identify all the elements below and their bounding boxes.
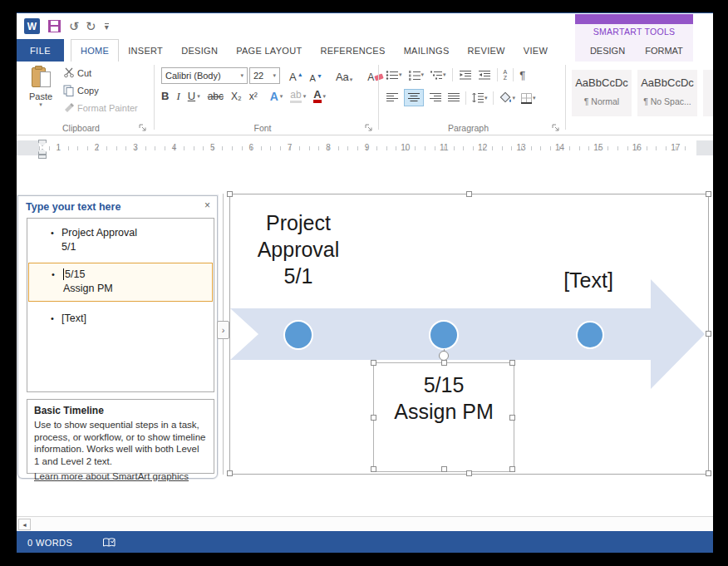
undo-button[interactable]: ↺ ▾ (69, 20, 77, 32)
font-size-dropdown-icon[interactable]: ▾ (273, 72, 276, 79)
canvas-resize-handle[interactable] (706, 191, 711, 197)
resize-handle[interactable] (441, 466, 447, 472)
tab-smartart-design[interactable]: DESIGN (582, 39, 633, 62)
resize-handle[interactable] (509, 466, 515, 472)
tab-smartart-format[interactable]: FORMAT (638, 39, 690, 62)
tab-home[interactable]: HOME (71, 39, 119, 62)
font-dialog-launcher-icon[interactable] (365, 124, 373, 132)
customize-qat-icon[interactable]: ▾ (105, 23, 109, 31)
resize-handle[interactable] (371, 466, 376, 472)
text-pane-item-2-selected[interactable]: • 5/15 Assign PM (28, 263, 213, 302)
subscript-button[interactable]: X₂ (231, 91, 242, 102)
word-count[interactable]: 0 WORDS (27, 538, 72, 548)
tab-design[interactable]: DESIGN (172, 39, 227, 62)
sort-button[interactable]: AZ (504, 69, 508, 81)
font-color-button[interactable]: A ▾ (313, 89, 326, 103)
save-icon[interactable] (48, 20, 61, 32)
highlight-button[interactable]: ab ▾ (290, 89, 306, 103)
resize-handle[interactable] (509, 415, 515, 421)
show-hide-pilcrow-button[interactable]: ¶ (519, 69, 525, 81)
tab-mailings[interactable]: MAILINGS (395, 39, 459, 62)
paste-dropdown-icon[interactable]: ▾ (24, 101, 57, 108)
tab-view[interactable]: VIEW (514, 39, 557, 62)
ruler-numbers: 12 34 56 78 910 1112 1314 1516 17 (39, 141, 695, 155)
align-center-button[interactable] (404, 89, 424, 106)
multilevel-list-button[interactable]: ▾ (430, 70, 446, 81)
underline-dropdown-icon[interactable]: ▾ (197, 93, 200, 100)
tab-file[interactable]: FILE (17, 39, 64, 62)
timeline-node3-text[interactable]: [Text] (526, 267, 651, 293)
timeline-node2-text[interactable]: 5/15 Assign PM (374, 372, 514, 425)
superscript-button[interactable]: x² (249, 91, 258, 102)
align-left-icon[interactable] (386, 92, 399, 103)
learn-more-link[interactable]: Learn more about SmartArt graphics (34, 471, 189, 481)
word-app-icon[interactable]: W (24, 18, 40, 34)
style-no-spacing[interactable]: AaBbCcDc ¶ No Spac... (637, 70, 697, 116)
text-pane-item-3[interactable]: • [Text] (27, 312, 214, 326)
format-painter-button[interactable]: Format Painter (63, 102, 138, 113)
redo-icon[interactable]: ↻ (86, 20, 96, 32)
underline-button[interactable]: U ▾ (188, 90, 200, 102)
canvas-resize-handle[interactable] (706, 331, 711, 337)
proofing-status-icon[interactable] (102, 537, 116, 549)
grow-font-button[interactable]: A▲ (287, 66, 306, 84)
line-spacing-button[interactable]: ▾ (471, 92, 488, 103)
bold-button[interactable]: B (161, 90, 169, 102)
text-effects-button[interactable]: A ▾ (270, 90, 283, 103)
borders-button[interactable]: ▾ (520, 92, 536, 104)
copy-button[interactable]: Copy (63, 85, 99, 96)
text-pane-close-icon[interactable]: × (204, 199, 210, 211)
paste-button[interactable]: Paste ▾ (24, 66, 57, 124)
cut-button[interactable]: Cut (63, 67, 91, 78)
tab-references[interactable]: REFERENCES (311, 39, 394, 62)
font-size-select[interactable]: 22 ▾ (249, 67, 280, 84)
resize-handle[interactable] (371, 415, 376, 421)
font-group: Calibri (Body) ▾ 22 ▾ A▲ A▼ Aa▾ A (155, 62, 378, 135)
horizontal-ruler[interactable]: 12 34 56 78 910 1112 1314 1516 17 (17, 139, 713, 160)
tab-review[interactable]: REVIEW (459, 39, 514, 62)
undo-dropdown-icon[interactable]: ▾ (75, 23, 78, 30)
item3-line1: [Text] (61, 312, 214, 326)
numbering-icon (408, 70, 421, 81)
style-heading1[interactable]: AaBb Headin (703, 70, 713, 116)
horizontal-scrollbar[interactable]: ◄ (17, 516, 713, 531)
left-indent-marker[interactable] (38, 155, 47, 159)
timeline-node1-text[interactable]: Project Approval 5/1 (239, 209, 358, 289)
clipboard-dialog-launcher-icon[interactable] (139, 124, 147, 132)
justify-icon[interactable] (447, 92, 460, 103)
scroll-left-button[interactable]: ◄ (18, 519, 31, 530)
resize-handle[interactable] (371, 360, 376, 366)
bullet-icon: • (52, 268, 55, 282)
style-no-spacing-label: ¶ No Spac... (637, 96, 697, 106)
canvas-resize-handle[interactable] (227, 191, 233, 197)
timeline-node2-textbox[interactable]: 5/15 Assign PM (373, 362, 514, 472)
smartart-canvas[interactable]: Project Approval 5/1 [Text] 5/15 Assign … (229, 194, 709, 475)
shading-button[interactable]: ▾ (499, 92, 516, 104)
style-normal[interactable]: AaBbCcDc ¶ Normal (572, 70, 632, 116)
increase-indent-icon[interactable] (478, 70, 491, 81)
canvas-resize-handle[interactable] (227, 470, 233, 476)
bullets-button[interactable]: ▾ (386, 70, 402, 81)
canvas-resize-handle[interactable] (706, 470, 711, 476)
paragraph-dialog-launcher-icon[interactable] (552, 124, 560, 132)
strikethrough-button[interactable]: abc (208, 91, 224, 102)
tab-insert[interactable]: INSERT (119, 39, 172, 62)
resize-handle[interactable] (509, 360, 515, 366)
line-spacing-icon (471, 92, 485, 103)
font-name-dropdown-icon[interactable]: ▾ (240, 72, 243, 79)
font-name-select[interactable]: Calibri (Body) ▾ (161, 67, 248, 84)
align-right-icon[interactable] (429, 92, 442, 103)
text-pane-item-1[interactable]: • Project Approval 5/1 (27, 226, 214, 254)
text-pane-list[interactable]: • Project Approval 5/1 • 5/15 Assign PM … (27, 218, 214, 392)
shrink-font-button[interactable]: A▼ (307, 66, 325, 84)
canvas-resize-handle[interactable] (466, 191, 472, 197)
italic-button[interactable]: I (176, 90, 180, 103)
change-case-button[interactable]: Aa▾ (333, 66, 355, 84)
decrease-indent-icon[interactable] (459, 70, 472, 81)
resize-handle[interactable] (441, 360, 447, 366)
ruler-right-margin (696, 140, 713, 155)
numbering-button[interactable]: ▾ (408, 70, 425, 81)
canvas-resize-handle[interactable] (466, 470, 472, 476)
tab-page-layout[interactable]: PAGE LAYOUT (227, 39, 311, 62)
text-pane-toggle-button[interactable]: › (217, 321, 229, 339)
